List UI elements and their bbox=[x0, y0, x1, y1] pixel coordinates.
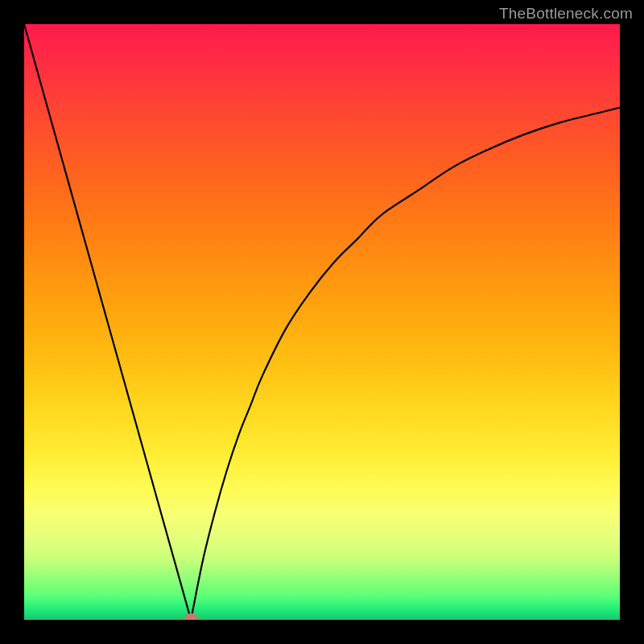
plot-area bbox=[24, 24, 620, 620]
minimum-marker bbox=[184, 613, 197, 620]
attribution-link[interactable]: TheBottleneck.com bbox=[499, 5, 633, 23]
curve-left-branch bbox=[24, 24, 191, 620]
curve-svg bbox=[24, 24, 620, 620]
chart-frame: TheBottleneck.com bbox=[0, 0, 644, 644]
curve-right-branch bbox=[191, 108, 620, 620]
